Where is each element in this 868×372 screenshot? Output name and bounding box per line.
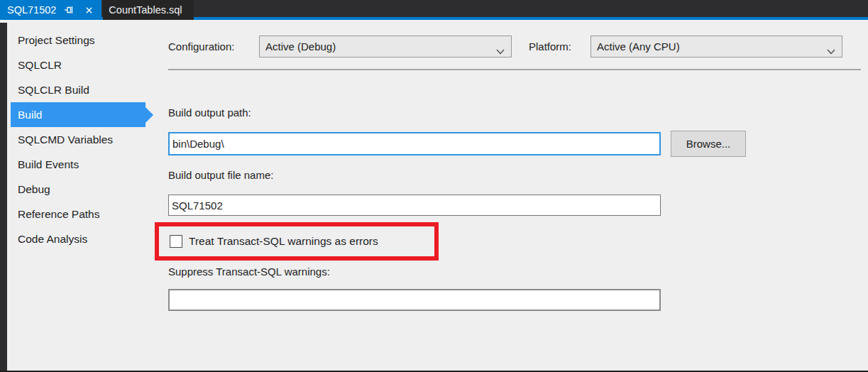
sidebar-item-project-settings[interactable]: Project Settings	[7, 28, 160, 53]
tab-counttables-sql[interactable]: CountTables.sql	[103, 0, 193, 20]
configuration-label: Configuration:	[168, 40, 234, 53]
sidebar-item-build[interactable]: Build	[11, 102, 145, 127]
suppress-warnings-input[interactable]	[168, 289, 661, 311]
properties-page-sidebar: Project Settings SQLCLR SQLCLR Build Bui…	[7, 28, 160, 251]
left-dark-gutter	[0, 23, 7, 372]
tab-label: SQL71502	[7, 4, 56, 16]
build-output-path-label: Build output path:	[168, 106, 251, 119]
suppress-warnings-label: Suppress Transact-SQL warnings:	[168, 266, 330, 278]
tab-sql71502[interactable]: SQL71502	[0, 0, 101, 20]
sidebar-item-sqlclr[interactable]: SQLCLR	[7, 53, 160, 77]
close-icon[interactable]	[82, 3, 96, 17]
configuration-dropdown-value: Active (Debug)	[265, 40, 336, 53]
chevron-down-icon	[827, 45, 835, 57]
sidebar-item-label: Project Settings	[18, 34, 95, 47]
sidebar-item-debug[interactable]: Debug	[7, 177, 160, 202]
sidebar-item-label: SQLCLR Build	[18, 84, 89, 97]
sidebar-item-sqlclr-build[interactable]: SQLCLR Build	[7, 77, 160, 102]
tab-label: CountTables.sql	[109, 4, 182, 16]
sidebar-item-reference-paths[interactable]: Reference Paths	[7, 202, 160, 226]
selected-item-arrow-icon	[145, 107, 153, 123]
document-tab-bar: SQL71502 CountTables.sql	[0, 0, 868, 20]
sidebar-item-sqlcmd-variables[interactable]: SQLCMD Variables	[7, 127, 160, 152]
sidebar-item-label: Build Events	[18, 158, 79, 171]
header-separator	[168, 69, 861, 70]
sidebar-item-label: Reference Paths	[18, 208, 99, 221]
sidebar-item-build-events[interactable]: Build Events	[7, 152, 160, 177]
platform-label: Platform:	[529, 40, 571, 53]
browse-button[interactable]: Browse...	[671, 131, 746, 157]
sidebar-item-label: Build	[18, 109, 42, 121]
sidebar-item-code-analysis[interactable]: Code Analysis	[7, 226, 160, 251]
chevron-down-icon	[496, 45, 505, 57]
build-settings-pane: Configuration: Active (Debug) Platform: …	[168, 23, 868, 372]
sidebar-item-label: SQLCLR	[18, 59, 62, 72]
treat-warnings-row[interactable]: Treat Transact-SQL warnings as errors	[170, 235, 378, 248]
build-output-path-input[interactable]	[168, 132, 661, 155]
sidebar-item-label: Debug	[18, 183, 50, 196]
platform-dropdown-value: Active (Any CPU)	[597, 40, 680, 53]
pin-icon[interactable]	[62, 3, 76, 17]
treat-warnings-label: Treat Transact-SQL warnings as errors	[189, 235, 378, 248]
treat-warnings-checkbox[interactable]	[170, 235, 182, 248]
sidebar-item-label: SQLCMD Variables	[18, 133, 113, 146]
configuration-dropdown[interactable]: Active (Debug)	[259, 35, 512, 58]
platform-dropdown[interactable]: Active (Any CPU)	[590, 35, 842, 58]
build-output-file-name-input[interactable]	[168, 195, 661, 216]
sidebar-item-label: Code Analysis	[18, 233, 87, 246]
build-output-file-name-label: Build output file name:	[168, 169, 273, 181]
